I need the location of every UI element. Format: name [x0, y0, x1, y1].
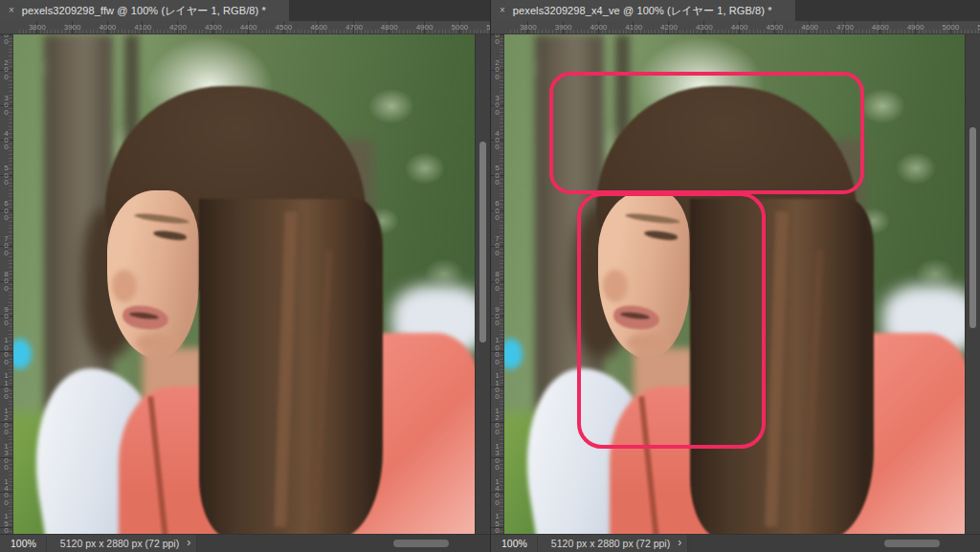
document-tab[interactable]: × pexels3209298_ffw @ 100% (レイヤー 1, RGB/…: [0, 0, 289, 21]
ruler-label: 800: [3, 271, 10, 292]
ruler-label: 1500: [494, 513, 501, 534]
ruler-label: 500: [494, 165, 501, 186]
ruler-label: 4900: [407, 22, 442, 33]
tab-bar: × pexels3209298_ffw @ 100% (レイヤー 1, RGB/…: [0, 0, 490, 21]
ruler-label: 1000: [3, 337, 10, 365]
ruler-label: 600: [494, 200, 501, 221]
ruler-label: 200: [494, 59, 501, 80]
status-bar: 100% 5120 px x 2880 px (72 ppi) ›: [491, 534, 980, 552]
status-chevron-icon[interactable]: ›: [185, 536, 196, 552]
ruler-label: 5000: [442, 22, 478, 33]
ruler-label: 400: [3, 130, 10, 151]
ruler-label: 3800: [510, 22, 546, 33]
tab-title: pexels3209298_ffw @ 100% (レイヤー 1, RGB/8)…: [22, 4, 266, 18]
ruler-label: 1100: [3, 372, 10, 401]
ruler-label: 4800: [862, 22, 898, 33]
ruler-label: 5000: [933, 22, 969, 33]
ruler-label: 3900: [546, 22, 581, 33]
vertical-scrollbar[interactable]: [965, 34, 980, 534]
ruler-label: 4500: [757, 22, 792, 33]
status-bar: 100% 5120 px x 2880 px (72 ppi) ›: [0, 534, 490, 552]
ruler-label: 3800: [19, 22, 55, 33]
ruler-label: 1200: [3, 408, 10, 436]
ruler-label: 1100: [494, 372, 501, 401]
ruler-label: 4000: [581, 22, 616, 33]
ruler-label: 100: [3, 34, 10, 45]
tab-bar: × pexels3209298_x4_ve @ 100% (レイヤー 1, RG…: [491, 0, 980, 21]
ruler-label: 4800: [371, 22, 407, 33]
ruler-label: 1500: [3, 513, 10, 534]
ruler-label: 600: [3, 200, 10, 221]
document-info: 5120 px x 2880 px (72 ppi): [537, 537, 676, 551]
ruler-label: 4200: [161, 22, 196, 33]
photo-background: [13, 34, 475, 534]
ruler-label: 1400: [494, 478, 501, 507]
ruler-label: 4900: [898, 22, 933, 33]
close-icon[interactable]: ×: [500, 6, 505, 15]
document-window-x4ve: × pexels3209298_x4_ve @ 100% (レイヤー 1, RG…: [490, 0, 980, 552]
close-icon[interactable]: ×: [9, 6, 14, 15]
vertical-scrollbar-thumb[interactable]: [969, 127, 976, 328]
document-tab[interactable]: × pexels3209298_x4_ve @ 100% (レイヤー 1, RG…: [491, 0, 795, 21]
document-info: 5120 px x 2880 px (72 ppi): [46, 537, 185, 551]
ruler-label: 4600: [792, 22, 828, 33]
ruler-label: 1300: [494, 443, 501, 472]
ruler-label: 5100: [969, 22, 980, 33]
status-chevron-icon[interactable]: ›: [676, 536, 687, 552]
horizontal-scrollbar-thumb[interactable]: [393, 540, 449, 547]
vertical-ruler: 1002003004005006007008009001000110012001…: [0, 34, 13, 534]
ruler-label: 800: [494, 271, 501, 292]
cyan-bokeh: [13, 339, 32, 369]
vertical-ruler: 1002003004005006007008009001000110012001…: [491, 34, 504, 534]
horizontal-ruler: 3800390040004100420043004400450046004700…: [0, 21, 490, 34]
ruler-label: 4600: [301, 22, 337, 33]
ruler-label: 4300: [195, 22, 231, 33]
ruler-label: 1400: [3, 478, 10, 507]
ruler-label: 1300: [3, 443, 10, 472]
ruler-label: 4000: [90, 22, 125, 33]
document-window-ffw: × pexels3209298_ffw @ 100% (レイヤー 1, RGB/…: [0, 0, 490, 552]
zoom-level-field[interactable]: 100%: [491, 538, 537, 550]
ruler-label: 300: [3, 95, 10, 116]
face-annotation-box: [577, 192, 766, 449]
ruler-label: 300: [494, 95, 501, 116]
ruler-label: 4400: [231, 22, 266, 33]
ruler-label: 1000: [494, 337, 501, 365]
ruler-label: 4500: [266, 22, 301, 33]
tab-title: pexels3209298_x4_ve @ 100% (レイヤー 1, RGB/…: [513, 4, 772, 18]
vertical-scrollbar-thumb[interactable]: [479, 142, 486, 342]
photoshop-workspace: × pexels3209298_ffw @ 100% (レイヤー 1, RGB/…: [0, 0, 980, 552]
ruler-label: 4300: [686, 22, 722, 33]
ruler-label: 4700: [337, 22, 372, 33]
ruler-label: 700: [3, 235, 10, 256]
ruler-label: 4100: [125, 22, 161, 33]
horizontal-ruler: 3800390040004100420043004400450046004700…: [491, 21, 980, 34]
ruler-label: 4700: [828, 22, 863, 33]
ruler-label: 4400: [722, 22, 757, 33]
horizontal-scrollbar[interactable]: [196, 535, 490, 552]
document-canvas[interactable]: [504, 34, 965, 534]
vertical-scrollbar[interactable]: [475, 34, 490, 534]
horizontal-scrollbar-thumb[interactable]: [884, 540, 940, 547]
cyan-bokeh: [504, 339, 523, 369]
hair-annotation-box: [549, 72, 864, 194]
ruler-label: 200: [3, 59, 10, 80]
ruler-label: 400: [494, 130, 501, 151]
ruler-label: 500: [3, 165, 10, 186]
ruler-label: 100: [494, 34, 501, 45]
horizontal-scrollbar[interactable]: [687, 535, 980, 552]
zoom-level-field[interactable]: 100%: [0, 538, 46, 550]
ruler-label: 1200: [494, 408, 501, 436]
ruler-label: 900: [3, 306, 10, 327]
girl-nose: [112, 270, 137, 302]
ruler-label: 4200: [652, 22, 687, 33]
ruler-label: 700: [494, 235, 501, 256]
ruler-label: 5100: [478, 22, 490, 33]
ruler-label: 900: [494, 306, 501, 327]
ruler-label: 4100: [616, 22, 652, 33]
document-canvas[interactable]: [13, 34, 475, 534]
ruler-label: 3900: [55, 22, 90, 33]
